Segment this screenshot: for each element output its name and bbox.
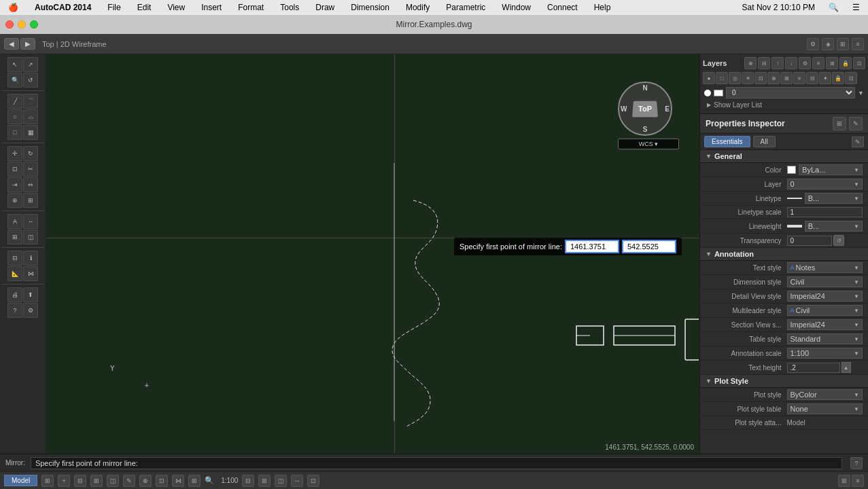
menu-format[interactable]: Format [235,2,266,13]
lineweight-dropdown[interactable]: B... ▼ [805,221,863,232]
trim-tool[interactable]: ✂ [23,162,38,177]
layer-icon-2[interactable]: ⊟ [758,57,770,69]
dimension-style-dropdown[interactable]: Civil ▼ [787,276,863,287]
layer-value[interactable]: 0 ▼ [787,179,863,189]
layer-dropdown-prop[interactable]: 0 ▼ [787,179,863,189]
ortho-toggle[interactable]: ⊞ [188,475,201,487]
section-header-annotation[interactable]: ▼ Annotation [700,248,868,261]
apple-menu[interactable]: 🍎 [5,2,21,13]
color-dropdown[interactable]: ByLa... ▼ [799,164,863,175]
layer-action-10[interactable]: ✦ [819,72,831,84]
mirror-tool[interactable]: ⇔ [23,177,38,192]
measure-tool[interactable]: 📐 [7,266,22,281]
toolbar-icon-2[interactable]: ◈ [822,38,834,50]
print-tool[interactable]: 🖨 [7,287,22,302]
bottom-icon-12[interactable]: ↔ [291,475,303,487]
arc-tool[interactable]: ⌓ [23,109,38,124]
section-header-plot-style[interactable]: ▼ Plot Style [700,375,868,388]
text-tool[interactable]: A [7,214,22,229]
move-tool[interactable]: ✛ [7,146,22,161]
text-height-input[interactable] [787,363,840,373]
layer-action-4[interactable]: ☀ [742,72,754,84]
model-tab[interactable]: Model [4,475,37,486]
linetype-scale-input[interactable] [787,207,863,217]
layer-action-5[interactable]: ⊡ [754,72,767,84]
close-button[interactable] [5,20,14,29]
layer-icon-1[interactable]: ⊕ [744,57,757,69]
props-icon-1[interactable]: ⊞ [833,117,846,130]
bottom-right-icon-1[interactable]: ⊞ [838,475,850,487]
maximize-button[interactable] [30,20,38,29]
linetype-value[interactable]: B... ▼ [787,193,863,204]
wcs-badge[interactable]: WCS ▾ [618,139,679,149]
properties-tool[interactable]: ℹ [23,251,38,266]
search-icon[interactable]: 🔍 [826,2,841,13]
dimension-style-value[interactable]: Civil ▼ [787,276,863,287]
layer-action-7[interactable]: ⊞ [780,72,793,84]
coord-y[interactable]: 542.5525 [622,240,676,253]
orbit-tool[interactable]: ↺ [23,73,38,88]
bottom-icon-13[interactable]: ⊡ [307,475,319,487]
toolbar-icon-4[interactable]: ≡ [852,38,864,50]
scale-tool[interactable]: ⊡ [7,162,22,177]
detail-view-style-value[interactable]: Imperial24 ▼ [787,291,863,302]
toolbar-icon-1[interactable]: ⚙ [807,38,819,50]
table-tool[interactable]: ⊞ [7,230,22,244]
offset-tool[interactable]: ⊞ [23,193,38,208]
annotation-scale-value[interactable]: 1:100 ▼ [787,348,863,359]
layer-action-6[interactable]: ⊕ [767,72,780,84]
multileader-style-dropdown[interactable]: A Civil ▼ [787,305,863,316]
layer-action-11[interactable]: 🔒 [832,72,844,84]
menu-dimension[interactable]: Dimension [348,2,392,13]
layer-action-12[interactable]: ⊡ [845,72,857,84]
back-button[interactable]: ◀ [4,38,19,50]
layer-action-3[interactable]: ◎ [729,72,741,84]
coord-x[interactable]: 1461.3751 [565,240,619,253]
bottom-right-icon-2[interactable]: ≡ [852,475,864,487]
bottom-icon-1[interactable]: ⊞ [41,475,54,487]
table-style-dropdown[interactable]: Standard ▼ [787,333,863,344]
rect-tool[interactable]: □ [7,125,22,140]
detail-view-style-dropdown[interactable]: Imperial24 ▼ [787,291,863,302]
list-icon[interactable]: ☰ [850,2,863,13]
layer-select[interactable]: 0 [726,87,855,98]
text-height-stepper[interactable]: ▲ [841,362,851,373]
viewport[interactable]: Specify first point of mirror line: 1461… [46,54,699,454]
menu-file[interactable]: File [105,2,123,13]
layer-icon-7[interactable]: ⊞ [826,57,838,69]
settings-tool[interactable]: ⚙ [23,303,38,318]
section-header-general[interactable]: ▼ General [700,150,868,163]
snap-toggle[interactable]: ⋈ [172,475,184,487]
block-tool[interactable]: ◫ [23,230,38,244]
menu-window[interactable]: Window [499,2,534,13]
transparency-reset[interactable]: ↺ [833,235,844,246]
layer-action-9[interactable]: ⊟ [806,72,818,84]
select-tool[interactable]: ↗ [23,57,38,72]
forward-button[interactable]: ▶ [20,38,35,50]
copy-tool[interactable]: ⊕ [7,193,22,208]
hatch-tool[interactable]: ▦ [23,125,38,140]
toolbar-icon-3[interactable]: ⊞ [837,38,849,50]
layer-icon-8[interactable]: 🔒 [839,57,852,69]
layer-icon-6[interactable]: ≡ [812,57,824,69]
line-tool[interactable]: ╱ [7,94,22,109]
filter-essentials[interactable]: Essentials [704,136,750,147]
layer-color[interactable] [714,90,723,96]
transparency-input[interactable] [787,236,833,246]
text-style-value[interactable]: A Notes ▼ [787,262,863,273]
layer-action-2[interactable]: □ [716,72,728,84]
menu-help[interactable]: Help [591,2,614,13]
filter-all[interactable]: All [753,136,776,147]
command-input[interactable] [31,457,842,469]
plot-style-table-dropdown[interactable]: None ▼ [787,403,863,414]
bottom-icon-9[interactable]: ⊟ [242,475,254,487]
section-view-style-dropdown[interactable]: Imperial24 ▼ [787,319,863,330]
dim-tool[interactable]: ↔ [23,214,38,229]
snap-tool[interactable]: ⋈ [23,266,38,281]
bottom-icon-11[interactable]: ◫ [275,475,287,487]
bottom-icon-8[interactable]: ⊡ [156,475,168,487]
menu-connect[interactable]: Connect [544,2,580,13]
extend-tool[interactable]: ⇥ [7,177,22,192]
show-layer-list[interactable]: Show Layer List [703,99,865,111]
plot-style-table-value[interactable]: None ▼ [787,403,863,414]
